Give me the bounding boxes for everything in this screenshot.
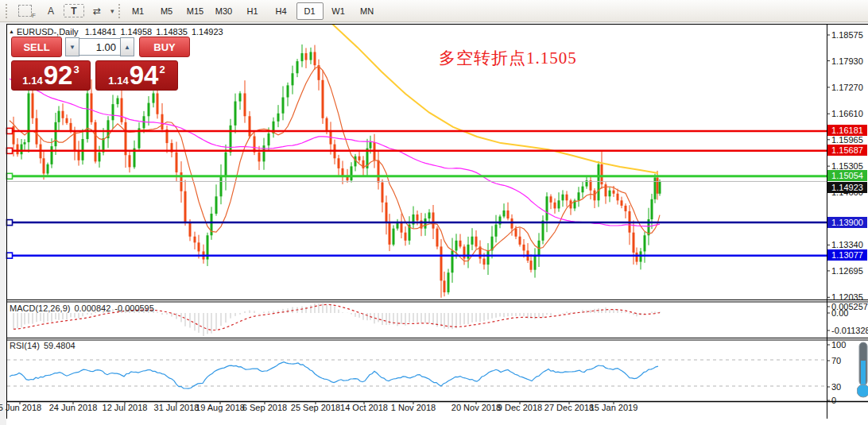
dropdown-caret-icon[interactable]: ▾ <box>110 7 114 15</box>
macd-indicator-label: MACD(12,26,9)0.000842-0.000595 <box>10 303 158 313</box>
dashed-box-icon <box>18 5 32 17</box>
mt4-window: F A T ⇄ ▾ M1M5M15M30H1H4D1W1MN ▲ EURUSD-… <box>0 0 868 425</box>
sell-price-big: 92 <box>44 61 73 90</box>
chart-shift-icon[interactable]: F <box>11 2 38 20</box>
ohlc-low: 1.14835 <box>156 27 188 37</box>
buy-price-pip: 2 <box>159 64 165 75</box>
timeframe-h1[interactable]: H1 <box>239 2 266 20</box>
rsi-value: 59.4804 <box>44 341 76 350</box>
toolbar-grip[interactable] <box>5 4 8 18</box>
timeframe-d1[interactable]: D1 <box>296 2 324 20</box>
rsi-indicator-label: RSI(14)59.4804 <box>10 341 79 350</box>
ohlc-open: 1.14841 <box>85 27 117 37</box>
buy-price-tile[interactable]: 1.14 94 2 <box>95 60 178 91</box>
ohlc-high: 1.14958 <box>120 27 152 37</box>
timeframe-m30[interactable]: M30 <box>211 2 238 20</box>
buy-price-big: 94 <box>130 61 159 90</box>
thermometer-icon <box>857 340 868 404</box>
sell-price-prefix: 1.14 <box>22 75 42 87</box>
sell-price-tile[interactable]: 1.14 92 3 <box>11 60 91 91</box>
volume-decrease-button[interactable]: ▼ <box>65 37 79 56</box>
timeframe-group: M1M5M15M30H1H4D1W1MN <box>124 2 382 20</box>
chart-text-annotation: 多空转折点1.1505 <box>439 47 577 69</box>
volume-increase-button[interactable]: ▲ <box>120 37 134 56</box>
arrows-tool-icon[interactable]: ⇄ <box>84 2 110 20</box>
sell-price-pip: 3 <box>73 64 79 75</box>
macd-value: 0.000842 <box>74 303 110 313</box>
timeframe-w1[interactable]: W1 <box>325 2 352 20</box>
macd-signal-value: -0.000595 <box>114 303 154 313</box>
chart-title: EURUSD-,Daily1.148411.149581.148351.1492… <box>17 27 227 37</box>
timeframe-mn[interactable]: MN <box>354 2 381 20</box>
timeframe-m15[interactable]: M15 <box>182 2 209 20</box>
symbol-period-label: EURUSD-,Daily <box>17 27 79 37</box>
timeframe-h4[interactable]: H4 <box>268 2 295 20</box>
volume-input[interactable] <box>79 38 120 56</box>
buy-button[interactable]: BUY <box>139 37 190 57</box>
cursor-tool-icon[interactable]: A <box>38 2 64 20</box>
ohlc-close: 1.14923 <box>192 27 223 37</box>
text-tool-icon[interactable]: T <box>64 4 84 17</box>
rsi-name: RSI(14) <box>10 341 40 350</box>
macd-name: MACD(12,26,9) <box>10 303 70 313</box>
timeframe-m5[interactable]: M5 <box>153 2 180 20</box>
toolbar-grip[interactable] <box>118 4 121 18</box>
buy-price-prefix: 1.14 <box>108 75 128 87</box>
sell-button[interactable]: SELL <box>11 37 62 57</box>
timeframe-m1[interactable]: M1 <box>125 2 152 20</box>
toolbar: F A T ⇄ ▾ M1M5M15M30H1H4D1W1MN <box>0 0 868 22</box>
collapse-triangle-icon[interactable]: ▲ <box>9 29 14 34</box>
f-label: F <box>32 12 36 19</box>
one-click-trading-panel: SELL ▼ ▲ BUY 1.14 92 3 1.14 94 2 <box>11 37 191 91</box>
